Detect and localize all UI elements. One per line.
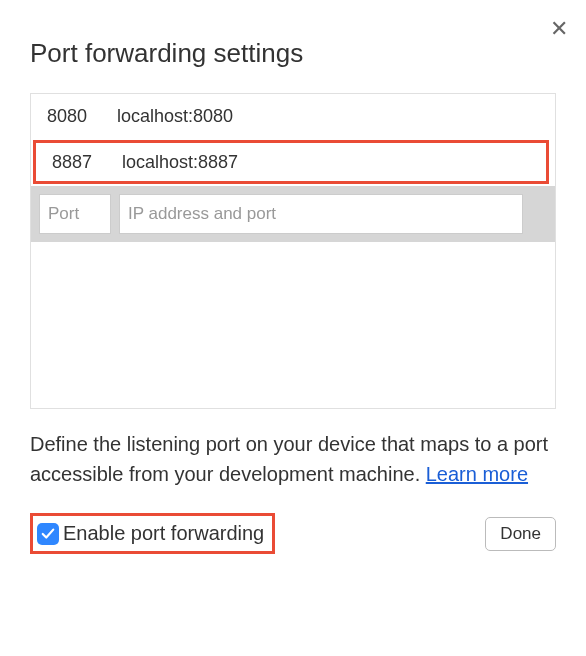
done-button[interactable]: Done	[485, 517, 556, 551]
enable-checkbox-label: Enable port forwarding	[63, 522, 264, 545]
mapping-port: 8080	[31, 106, 117, 127]
enable-checkbox-wrap[interactable]: Enable port forwarding	[30, 513, 275, 554]
port-input[interactable]	[39, 194, 111, 234]
description-text: Define the listening port on your device…	[30, 429, 556, 489]
mapping-row[interactable]: 8080 localhost:8080	[31, 94, 555, 138]
mapping-port: 8887	[36, 152, 122, 173]
dialog-title: Port forwarding settings	[30, 38, 556, 69]
close-button[interactable]: ✕	[550, 18, 568, 40]
mapping-list: 8080 localhost:8080 8887 localhost:8887	[30, 93, 556, 409]
new-mapping-row	[31, 186, 555, 242]
check-icon	[41, 527, 55, 541]
mapping-address: localhost:8080	[117, 106, 555, 127]
enable-checkbox[interactable]	[37, 523, 59, 545]
close-icon: ✕	[550, 16, 568, 41]
mapping-row[interactable]: 8887 localhost:8887	[33, 140, 549, 184]
port-forwarding-dialog: ✕ Port forwarding settings 8080 localhos…	[0, 0, 586, 584]
address-input[interactable]	[119, 194, 523, 234]
mapping-address: localhost:8887	[122, 152, 546, 173]
learn-more-link[interactable]: Learn more	[426, 463, 528, 485]
dialog-footer: Enable port forwarding Done	[30, 513, 556, 554]
